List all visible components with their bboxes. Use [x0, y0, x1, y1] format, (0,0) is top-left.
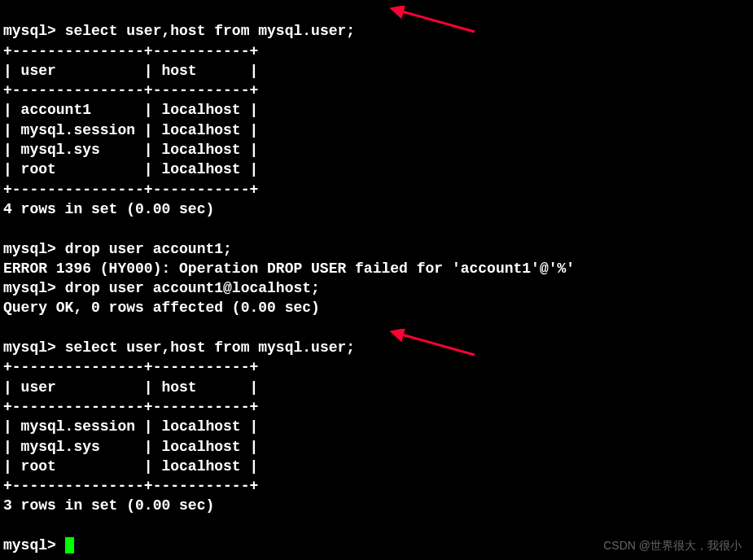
table-row: | mysql.sys | localhost |	[3, 142, 258, 158]
result-summary: 4 rows in set (0.00 sec)	[3, 201, 214, 217]
prompt: mysql>	[3, 537, 56, 553]
error-message: ERROR 1396 (HY000): Operation DROP USER …	[3, 260, 575, 277]
prompt: mysql>	[3, 241, 56, 257]
result-summary: 3 rows in set (0.00 sec)	[3, 497, 214, 514]
sql-command: drop user account1@localhost;	[65, 280, 320, 296]
table-border: +---------------+-----------+	[3, 359, 258, 375]
table-border: +---------------+-----------+	[3, 82, 258, 98]
table-row: | mysql.session | localhost |	[3, 418, 258, 435]
table-row: | account1 | localhost |	[3, 102, 258, 118]
table-border: +---------------+-----------+	[3, 182, 258, 198]
prompt: mysql>	[3, 339, 56, 356]
table-row: | root | localhost |	[3, 161, 258, 177]
terminal-cursor[interactable]	[65, 537, 74, 553]
prompt: mysql>	[3, 280, 56, 296]
table-border: +---------------+-----------+	[3, 399, 258, 415]
sql-command: select user,host from mysql.user;	[65, 339, 355, 356]
ok-message: Query OK, 0 rows affected (0.00 sec)	[3, 300, 320, 316]
table-header: | user | host |	[3, 379, 258, 396]
table-row: | mysql.sys | localhost |	[3, 439, 258, 455]
table-border: +---------------+-----------+	[3, 43, 258, 59]
watermark-text: CSDN @世界很大，我很小	[603, 538, 742, 553]
table-row: | root | localhost |	[3, 458, 258, 475]
terminal-output: mysql> select user,host from mysql.user;…	[3, 2, 750, 555]
table-row: | mysql.session | localhost |	[3, 122, 258, 138]
table-border: +---------------+-----------+	[3, 478, 258, 494]
sql-command: drop user account1;	[65, 241, 232, 257]
table-header: | user | host |	[3, 63, 258, 79]
prompt: mysql>	[3, 23, 56, 39]
sql-command: select user,host from mysql.user;	[65, 23, 355, 39]
